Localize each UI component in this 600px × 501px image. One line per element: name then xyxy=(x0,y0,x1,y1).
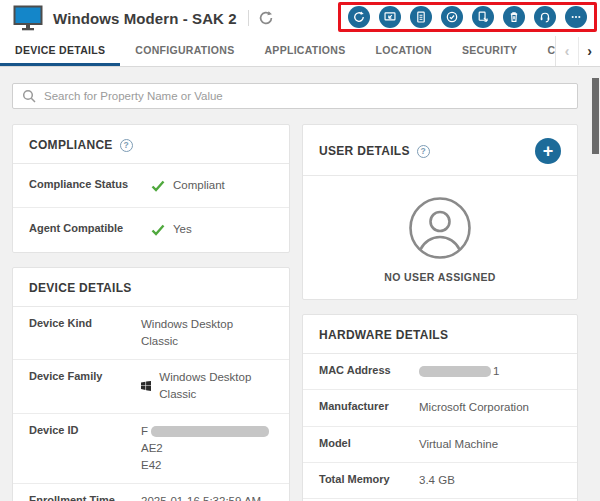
windows-logo-icon xyxy=(141,380,151,392)
tab-security[interactable]: SECURITY xyxy=(447,36,533,66)
compliance-title: COMPLIANCE xyxy=(29,138,113,152)
tab-collected-data[interactable]: COLLECTED DATA xyxy=(532,36,555,66)
table-row: Device Family Windows Desktop Classic xyxy=(13,360,289,414)
delete-icon[interactable] xyxy=(503,6,525,28)
titlebar: Windows Modern - SAK 2 xyxy=(0,0,600,36)
row-value: 3.4 GB xyxy=(419,472,455,489)
user-avatar-icon xyxy=(408,196,472,260)
tab-configurations[interactable]: CONFIGURATIONS xyxy=(120,36,249,66)
compliance-check-icon[interactable] xyxy=(441,6,463,28)
user-details-title: USER DETAILS xyxy=(319,144,410,158)
tab-device-details[interactable]: DEVICE DETAILS xyxy=(0,36,120,66)
row-value: 1 xyxy=(419,363,499,380)
compliance-card: COMPLIANCE ? Compliance Status Compliant… xyxy=(12,124,290,253)
notes-icon[interactable] xyxy=(410,6,432,28)
monitor-icon xyxy=(13,5,43,31)
table-row: Device Kind Windows Desktop Classic xyxy=(13,307,289,361)
tabs-scroll-area: DEVICE DETAILS CONFIGURATIONS APPLICATIO… xyxy=(0,36,555,66)
row-value: Compliant xyxy=(173,177,225,194)
row-label: Device Family xyxy=(29,369,141,382)
row-value: Virtual Machine xyxy=(419,436,498,453)
row-value: Windows Desktop Classic xyxy=(141,316,273,351)
hardware-details-card: HARDWARE DETAILS MAC Address 1 Manufactu… xyxy=(302,314,578,501)
title-divider xyxy=(248,10,249,26)
table-row: Device ID FAE2 E42 xyxy=(13,414,289,485)
table-row: Compliance Status Compliant xyxy=(13,164,289,208)
row-label: MAC Address xyxy=(319,363,419,376)
device-details-title: DEVICE DETAILS xyxy=(29,281,132,295)
redacted-value xyxy=(419,366,491,377)
chevron-left-icon[interactable]: ‹ xyxy=(556,37,578,65)
table-row: MAC Address 1 xyxy=(303,354,577,390)
table-row: Agent Compatible Yes xyxy=(13,208,289,251)
vertical-scrollbar[interactable] xyxy=(592,78,599,154)
tab-bar: DEVICE DETAILS CONFIGURATIONS APPLICATIO… xyxy=(0,36,600,67)
help-icon[interactable]: ? xyxy=(120,139,133,152)
table-row: Enrollment Time 2025-01-16 5:32:59 AM xyxy=(13,484,289,501)
search-input[interactable] xyxy=(44,90,568,102)
row-label: Manufacturer xyxy=(319,399,419,412)
content-area: COMPLIANCE ? Compliance Status Compliant… xyxy=(0,67,600,501)
redacted-value xyxy=(151,426,269,437)
row-value: 2025-01-16 5:32:59 AM xyxy=(141,493,261,501)
device-wipe-icon[interactable] xyxy=(472,6,494,28)
help-icon[interactable]: ? xyxy=(417,145,430,158)
tab-scroll-controls: ‹ › xyxy=(555,36,600,66)
table-row: Manufacturer Microsoft Corporation xyxy=(303,390,577,426)
row-label: Device Kind xyxy=(29,316,141,329)
refresh-icon[interactable] xyxy=(258,10,274,26)
search-icon xyxy=(22,89,36,103)
row-label: Compliance Status xyxy=(29,177,151,190)
hardware-details-title: HARDWARE DETAILS xyxy=(319,328,448,342)
row-label: Model xyxy=(319,436,419,449)
more-actions-icon[interactable] xyxy=(565,6,587,28)
chevron-right-icon[interactable]: › xyxy=(578,37,600,65)
tab-applications[interactable]: APPLICATIONS xyxy=(249,36,360,66)
row-value: Yes xyxy=(173,221,192,238)
property-search[interactable] xyxy=(12,83,578,109)
tab-location[interactable]: LOCATION xyxy=(360,36,446,66)
row-label: Agent Compatible xyxy=(29,221,151,234)
row-label: Total Memory xyxy=(319,472,419,485)
device-details-card: DEVICE DETAILS Device Kind Windows Deskt… xyxy=(12,267,290,501)
row-value: Microsoft Corporation xyxy=(419,399,529,416)
check-icon xyxy=(151,224,165,236)
support-icon[interactable] xyxy=(534,6,556,28)
row-value: FAE2 E42 xyxy=(141,423,273,475)
row-value: Windows Desktop Classic xyxy=(159,369,273,404)
check-icon xyxy=(151,180,165,192)
table-row: Total Memory 3.4 GB xyxy=(303,463,577,499)
page-title: Windows Modern - SAK 2 xyxy=(53,10,237,27)
remote-management-icon[interactable] xyxy=(379,6,401,28)
toolbar-annotation-box xyxy=(338,2,597,32)
row-label: Enrollment Time xyxy=(29,493,141,501)
add-user-button[interactable]: + xyxy=(535,138,561,164)
query-icon[interactable] xyxy=(348,6,370,28)
user-details-card: USER DETAILS ? + NO USER ASSIGNED xyxy=(302,124,578,300)
row-label: Device ID xyxy=(29,423,141,436)
table-row: Model Virtual Machine xyxy=(303,427,577,463)
no-user-assigned-text: NO USER ASSIGNED xyxy=(384,271,496,283)
